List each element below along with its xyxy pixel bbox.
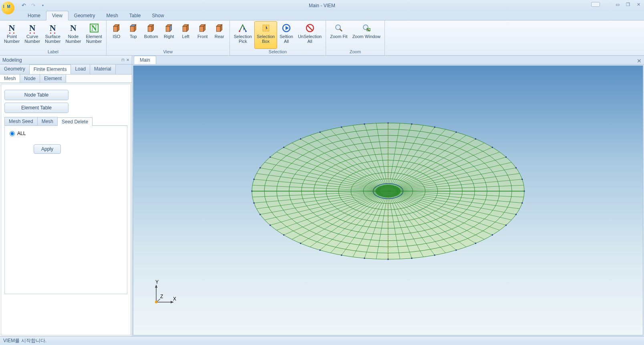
subtab2-element[interactable]: Element — [40, 75, 66, 83]
subtab2-mesh[interactable]: Mesh — [0, 75, 20, 83]
menutab-geometry[interactable]: Geometry — [68, 11, 101, 20]
svg-rect-131 — [300, 242, 301, 244]
pin-icon[interactable]: ⊓ — [121, 58, 125, 62]
axis-gizmo: Y X Z — [151, 283, 175, 307]
svg-rect-120 — [515, 214, 517, 215]
subtab1-geometry[interactable]: Geometry — [0, 65, 30, 74]
svg-rect-129 — [341, 254, 342, 256]
ribbon-label: Rear — [215, 34, 224, 39]
svg-rect-151 — [505, 156, 507, 157]
ribbon: NPoint NumberNCurve NumberNSurface Numbe… — [0, 20, 644, 56]
ribbon-front[interactable]: Front — [194, 21, 211, 49]
ribbon-curve-number[interactable]: NCurve Number — [22, 21, 42, 49]
ribbon-label: Bottom — [144, 34, 158, 39]
ribbon-element-number[interactable]: NElement Number — [84, 21, 105, 49]
svg-text:X: X — [173, 296, 176, 302]
panel-header: Modeling ⊓ ✕ — [0, 56, 132, 65]
subtab1-material[interactable]: Material — [90, 65, 116, 74]
svg-rect-141 — [300, 138, 301, 139]
menutab-home[interactable]: Home — [22, 11, 46, 20]
menutab-table[interactable]: Table — [124, 11, 147, 20]
ribbon-left[interactable]: Left — [177, 21, 194, 49]
ribbon-zoom-fit[interactable]: Zoom Fit — [328, 21, 350, 49]
svg-point-21 — [239, 30, 240, 32]
selection-icon — [261, 23, 271, 33]
panel-body: Node TableElement Table Mesh SeedMeshSee… — [1, 84, 131, 335]
ribbon-node-number[interactable]: NNode Number — [63, 21, 83, 49]
svg-rect-126 — [411, 257, 413, 258]
ribbon-top[interactable]: Top — [125, 21, 142, 49]
mesh-render — [236, 111, 540, 279]
svg-rect-143 — [341, 126, 342, 127]
app-logo[interactable] — [0, 0, 16, 11]
panel-title: Modeling — [2, 57, 22, 63]
undo-icon[interactable]: ↶ — [20, 2, 27, 9]
subtab3-mesh-seed[interactable]: Mesh Seed — [4, 117, 38, 125]
ribbon-bottom[interactable]: Bottom — [142, 21, 161, 49]
qat-dropdown-icon[interactable]: ▾ — [39, 2, 46, 9]
subtab1-finite-elements[interactable]: Finite Elements — [30, 65, 71, 74]
apply-button[interactable]: Apply — [34, 144, 61, 154]
ribbon-label: Zoom Fit — [330, 34, 347, 39]
svg-marker-15 — [199, 26, 203, 32]
close-icon[interactable]: ✕ — [635, 2, 642, 7]
ribbon-right[interactable]: Right — [161, 21, 177, 49]
svg-text:Y: Y — [155, 279, 159, 285]
panel-button-node-table[interactable]: Node Table — [4, 90, 68, 100]
ribbon-rear[interactable]: Rear — [211, 21, 228, 49]
panel-close-icon[interactable]: ✕ — [126, 58, 129, 62]
ribbon-label: Element Number — [86, 34, 102, 44]
n-icon: N — [27, 23, 38, 33]
redo-icon[interactable]: ↷ — [30, 2, 37, 9]
minimize-icon[interactable]: ▭ — [614, 2, 621, 7]
subtab3-seed-delete[interactable]: Seed Delete — [57, 117, 93, 126]
svg-rect-124 — [456, 249, 457, 250]
status-text: VIEM를 시작합니다. — [3, 337, 46, 344]
ribbon-zoom-window[interactable]: Zoom Window — [350, 21, 383, 49]
modeling-panel: Modeling ⊓ ✕ GeometryFinite ElementsLoad… — [0, 56, 132, 336]
svg-rect-146 — [411, 123, 413, 125]
ribbon-unselection-all[interactable]: UnSelection All — [296, 21, 324, 49]
menutab-mesh[interactable]: Mesh — [101, 11, 124, 20]
help-indicator-icon[interactable] — [591, 2, 600, 7]
cube-icon — [164, 23, 174, 33]
ribbon-selection-pick[interactable]: Selection Pick — [231, 21, 254, 49]
menu-tabs: HomeViewGeometryMeshTableShow — [0, 11, 644, 20]
viewport-canvas[interactable]: Y X Z — [133, 65, 643, 335]
viewport-close-icon[interactable]: ✕ — [637, 58, 642, 64]
ribbon-iso[interactable]: ISO — [108, 21, 125, 49]
svg-marker-0 — [113, 26, 117, 32]
svg-marker-158 — [155, 284, 157, 288]
subtab3-mesh[interactable]: Mesh — [37, 117, 58, 125]
svg-rect-152 — [515, 167, 517, 168]
svg-point-156 — [376, 185, 400, 197]
svg-rect-142 — [320, 131, 321, 133]
svg-rect-130 — [320, 249, 321, 250]
svg-rect-133 — [270, 224, 271, 226]
ribbon-seltion-all[interactable]: Seltion All — [277, 21, 296, 49]
svg-marker-6 — [148, 26, 152, 32]
ribbon-label: Front — [197, 34, 208, 39]
panel-button-element-table[interactable]: Element Table — [4, 103, 68, 113]
viewport-tabs: Main ✕ — [132, 56, 644, 65]
ribbon-selection-box[interactable]: Selection Box — [254, 21, 277, 49]
selection-icon — [281, 23, 292, 33]
menutab-show[interactable]: Show — [147, 11, 170, 20]
maximize-icon[interactable]: ❐ — [625, 2, 631, 7]
viewport-area: Main ✕ Y X Z — [132, 56, 644, 336]
viewport-tab-main[interactable]: Main — [134, 56, 156, 64]
ribbon-label: Point Number — [4, 34, 20, 44]
svg-line-27 — [308, 26, 312, 30]
subtab2-node[interactable]: Node — [20, 75, 40, 83]
ribbon-point-number[interactable]: NPoint Number — [2, 21, 22, 49]
menutab-view[interactable]: View — [46, 11, 68, 20]
ribbon-surface-number[interactable]: NSurface Number — [42, 21, 63, 49]
svg-rect-153 — [521, 179, 523, 180]
subtab1-load[interactable]: Load — [71, 65, 90, 74]
seed-delete-body: ALL Apply — [4, 126, 127, 294]
svg-line-29 — [340, 29, 342, 31]
all-radio[interactable] — [10, 131, 15, 136]
svg-marker-9 — [166, 26, 170, 32]
n-icon: N — [48, 23, 58, 33]
svg-marker-12 — [183, 26, 187, 32]
